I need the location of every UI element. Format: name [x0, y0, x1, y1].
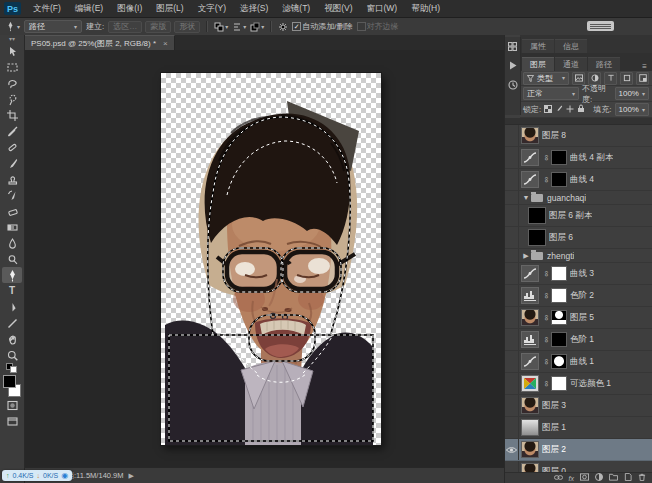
- layer-mask-thumbnail[interactable]: [551, 332, 567, 347]
- document-viewport[interactable]: [25, 50, 504, 467]
- canvas[interactable]: [161, 73, 381, 445]
- mask-link-icon[interactable]: ∞: [542, 176, 551, 184]
- layer-row[interactable]: ∞可选颜色 1: [505, 373, 652, 395]
- eye-toggle-empty[interactable]: [505, 417, 519, 438]
- path-alignment-icon[interactable]: ▾: [232, 22, 246, 32]
- foreground-background-swatches[interactable]: [2, 375, 22, 397]
- eye-toggle-empty[interactable]: [505, 395, 519, 416]
- quick-mask-button[interactable]: [2, 397, 22, 413]
- layer-name[interactable]: 图层 6 副本: [549, 210, 592, 222]
- menu-item[interactable]: 图像(I): [110, 0, 149, 17]
- eye-toggle-empty[interactable]: [505, 351, 519, 372]
- layer-name[interactable]: 曲线 1: [570, 356, 594, 368]
- layer-thumbnail[interactable]: [528, 229, 546, 246]
- path-selection-tool[interactable]: [2, 299, 22, 315]
- menu-item[interactable]: 帮助(H): [404, 0, 447, 17]
- blend-mode-dropdown[interactable]: 正常▾: [523, 87, 579, 100]
- layer-row[interactable]: 图层 1: [505, 417, 652, 439]
- layer-thumbnail[interactable]: [521, 309, 539, 326]
- healing-brush-tool[interactable]: [2, 139, 22, 155]
- menu-item[interactable]: 文字(Y): [191, 0, 233, 17]
- mask-link-icon[interactable]: ∞: [542, 336, 551, 344]
- menu-item[interactable]: 窗口(W): [360, 0, 405, 17]
- crop-tool[interactable]: [2, 107, 22, 123]
- brush-tool[interactable]: [2, 155, 22, 171]
- layer-row[interactable]: 图层 2: [505, 439, 652, 461]
- layer-row[interactable]: 图层 3: [505, 395, 652, 417]
- make-button[interactable]: 蒙版: [145, 21, 171, 33]
- foreground-color-swatch[interactable]: [3, 375, 16, 388]
- mask-link-icon[interactable]: ∞: [542, 380, 551, 388]
- default-swatches-icon[interactable]: [2, 363, 22, 372]
- auto-add-delete-checkbox[interactable]: ✓ 自动添加/删除: [292, 21, 352, 32]
- layer-row[interactable]: ∞曲线 4: [505, 169, 652, 191]
- mask-link-icon[interactable]: ∞: [542, 314, 551, 322]
- layer-row[interactable]: 图层 6 副本: [505, 205, 652, 227]
- panel-grid-icon[interactable]: [508, 42, 517, 53]
- layer-name[interactable]: 曲线 4 副本: [570, 152, 613, 164]
- toolbar-grip[interactable]: ▾▾: [9, 36, 15, 43]
- layer-mask-thumbnail[interactable]: [551, 376, 567, 391]
- mask-link-icon[interactable]: ∞: [542, 154, 551, 162]
- layer-thumbnail[interactable]: [521, 353, 539, 370]
- menu-item[interactable]: 视图(V): [317, 0, 359, 17]
- menu-item[interactable]: 文件(F): [26, 0, 68, 17]
- layer-row[interactable]: ∞曲线 3: [505, 263, 652, 285]
- layer-row[interactable]: 图层 8: [505, 125, 652, 147]
- filter-smart-object-icon[interactable]: [636, 72, 649, 85]
- menu-item[interactable]: 选择(S): [233, 0, 275, 17]
- layer-mask-thumbnail[interactable]: [551, 266, 567, 281]
- layer-thumbnail[interactable]: [521, 397, 539, 414]
- layer-name[interactable]: 色阶 1: [570, 334, 594, 346]
- eyedropper-tool[interactable]: [2, 123, 22, 139]
- type-tool[interactable]: T: [2, 283, 22, 299]
- filter-kind-dropdown[interactable]: 类型▾: [523, 72, 569, 85]
- eye-toggle-empty[interactable]: [505, 461, 519, 472]
- eye-toggle-empty[interactable]: [505, 373, 519, 394]
- eye-toggle-empty[interactable]: [505, 285, 519, 306]
- layer-name[interactable]: 可选颜色 1: [570, 378, 611, 390]
- layer-row[interactable]: ∞图层 5: [505, 307, 652, 329]
- close-tab-icon[interactable]: ×: [163, 39, 168, 48]
- layer-thumbnail[interactable]: [521, 331, 539, 348]
- dodge-tool[interactable]: [2, 251, 22, 267]
- menu-item[interactable]: 编辑(E): [68, 0, 110, 17]
- clone-stamp-tool[interactable]: [2, 171, 22, 187]
- layer-name[interactable]: 图层 6: [549, 232, 573, 244]
- layer-name[interactable]: 色阶 2: [570, 290, 594, 302]
- lock-transparency-icon[interactable]: [544, 105, 552, 115]
- layer-name[interactable]: 图层 5: [570, 312, 594, 324]
- layer-row[interactable]: 图层 6: [505, 227, 652, 249]
- move-tool[interactable]: [2, 43, 22, 59]
- layer-name[interactable]: zhengti: [547, 251, 574, 261]
- adjustment-layer-icon[interactable]: [595, 473, 603, 483]
- add-mask-icon[interactable]: [580, 473, 589, 483]
- layer-name[interactable]: 图层 1: [542, 422, 566, 434]
- workspace-switcher-button[interactable]: [587, 21, 614, 31]
- tool-mode-dropdown[interactable]: 路径▾: [24, 20, 82, 33]
- eye-toggle-empty[interactable]: [505, 147, 519, 168]
- layer-name[interactable]: 曲线 4: [570, 174, 594, 186]
- layer-thumbnail[interactable]: [521, 375, 539, 392]
- layer-name[interactable]: 曲线 3: [570, 268, 594, 280]
- make-button[interactable]: 形状: [174, 21, 200, 33]
- align-edges-checkbox[interactable]: 对齐边缘: [357, 21, 399, 32]
- panel-menu-icon[interactable]: ≡: [642, 62, 650, 71]
- layer-thumbnail[interactable]: [521, 265, 539, 282]
- menu-item[interactable]: 滤镜(T): [275, 0, 317, 17]
- mask-link-icon[interactable]: ∞: [542, 270, 551, 278]
- lock-image-icon[interactable]: [555, 105, 563, 115]
- tab-paths[interactable]: 路径: [588, 57, 620, 71]
- marquee-tool[interactable]: [2, 59, 22, 75]
- quick-selection-tool[interactable]: [2, 91, 22, 107]
- make-button[interactable]: 选区…: [108, 21, 142, 33]
- eye-toggle-empty[interactable]: [505, 227, 519, 248]
- document-tab[interactable]: PS05.psd @ 25%(图层 2, RGB/8) * ×: [25, 35, 175, 50]
- pen-tool-preset-icon[interactable]: ▾: [5, 21, 20, 32]
- new-group-icon[interactable]: [609, 473, 618, 483]
- eraser-tool[interactable]: [2, 203, 22, 219]
- link-layers-icon[interactable]: [554, 474, 563, 483]
- opacity-dropdown[interactable]: 100%▾: [615, 87, 649, 100]
- history-brush-tool[interactable]: [2, 187, 22, 203]
- layer-thumbnail[interactable]: [528, 207, 546, 224]
